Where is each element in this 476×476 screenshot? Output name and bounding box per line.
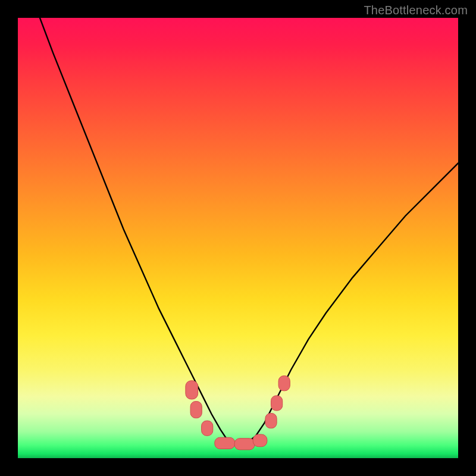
bottleneck-curve-svg: [18, 18, 458, 458]
curve-marker-3: [215, 437, 235, 449]
curve-marker-5: [253, 434, 267, 447]
watermark-text: TheBottleneck.com: [364, 4, 468, 17]
plot-area: [18, 18, 458, 458]
bottleneck-curve: [40, 18, 458, 444]
curve-marker-7: [271, 396, 283, 411]
curve-marker-2: [202, 421, 213, 436]
curve-marker-1: [190, 402, 202, 418]
curve-marker-0: [186, 381, 198, 399]
chart-frame: TheBottleneck.com: [0, 0, 476, 476]
curve-marker-6: [265, 414, 277, 428]
curve-marker-8: [278, 376, 290, 391]
curve-markers: [186, 376, 290, 450]
curve-marker-4: [234, 439, 255, 450]
